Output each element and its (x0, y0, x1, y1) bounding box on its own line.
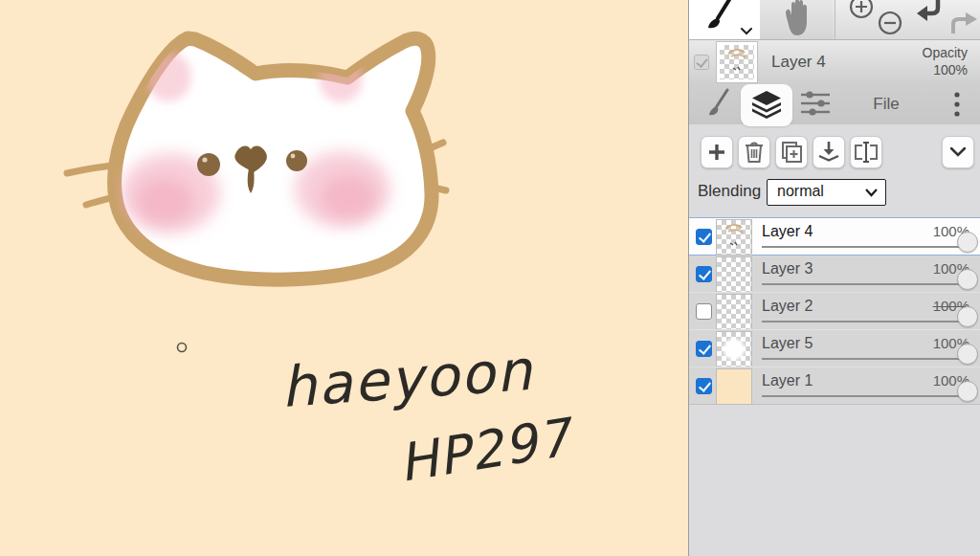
add-layer-button[interactable] (701, 136, 733, 168)
signature-name: haeyoon (278, 338, 535, 420)
panel-tabs: File (689, 84, 980, 124)
layer-thumbnail (717, 369, 751, 404)
tab-brush[interactable] (702, 84, 735, 124)
delete-layer-button[interactable] (738, 136, 770, 168)
layer-name: Layer 3 (762, 260, 813, 278)
drawing-canvas[interactable]: haeyoon HP297 (0, 0, 688, 556)
opacity-slider-track[interactable] (762, 395, 968, 397)
side-panel: Layer 4 Opacity 100% (688, 0, 980, 556)
opacity-slider-knob[interactable] (957, 232, 978, 253)
layer-name: Layer 4 (762, 223, 813, 240)
layer-visibility-checkbox[interactable] (696, 266, 712, 282)
layer-name: Layer 5 (762, 335, 813, 352)
app-window: haeyoon HP297 (0, 0, 980, 556)
layer-row[interactable]: Layer 4 100% (689, 217, 980, 256)
duplicate-layer-button[interactable] (775, 136, 808, 168)
opacity-slider-track[interactable] (762, 358, 968, 360)
merge-down-button[interactable] (813, 136, 845, 168)
plus-icon (707, 143, 726, 162)
layer-row[interactable]: Layer 3 100% (689, 255, 980, 293)
hand-tool-button[interactable] (760, 0, 833, 40)
merge-down-icon (818, 142, 839, 163)
brush-tab-icon (704, 88, 733, 121)
layer-row[interactable]: Layer 5 100% (689, 329, 980, 367)
rename-layer-button[interactable] (850, 136, 882, 168)
blending-dropdown[interactable]: normal (767, 179, 886, 206)
tab-settings[interactable] (796, 84, 835, 124)
duplicate-icon (781, 142, 802, 163)
layer-thumbnail (717, 220, 751, 255)
opacity-slider-knob[interactable] (957, 269, 978, 290)
layer-name: Layer 2 (762, 298, 813, 315)
zoom-out-icon[interactable] (878, 11, 902, 35)
toolbar-actions (835, 0, 980, 40)
layer-name: Layer 1 (762, 372, 813, 389)
opacity-slider-track[interactable] (762, 246, 968, 248)
more-menu-button[interactable] (944, 84, 970, 124)
layer-row[interactable]: Layer 2 100% (689, 292, 980, 330)
top-toolbar (689, 0, 980, 40)
redo-icon[interactable] (949, 11, 978, 33)
signature-code: HP297 (394, 407, 579, 494)
hand-icon (780, 0, 813, 38)
tab-layers[interactable] (741, 84, 792, 124)
active-layer-name: Layer 4 (771, 40, 826, 84)
collapse-panel-button[interactable] (942, 136, 974, 168)
layer-visibility-checkbox[interactable] (696, 303, 712, 320)
opacity-slider-knob[interactable] (957, 381, 978, 402)
tab-file[interactable]: File (858, 84, 915, 124)
layers-icon (751, 90, 782, 120)
zoom-in-icon[interactable] (849, 0, 874, 20)
undo-icon[interactable] (916, 0, 943, 25)
rename-icon (855, 142, 878, 163)
opacity-value: 100% (923, 61, 968, 78)
brush-tool-button[interactable] (689, 0, 760, 40)
layer-visibility-checkbox[interactable] (696, 229, 712, 245)
active-layer-header: Layer 4 Opacity 100% (689, 40, 980, 84)
opacity-slider-knob[interactable] (957, 306, 978, 327)
opacity-slider-knob[interactable] (957, 344, 978, 365)
active-layer-thumbnail (717, 42, 757, 82)
chevron-down-icon (741, 28, 752, 35)
opacity-slider-track[interactable] (762, 321, 968, 322)
opacity-readout: Opacity 100% (923, 44, 968, 78)
brush-icon (699, 0, 737, 40)
brush-cursor-circle (178, 344, 187, 352)
layer-thumbnail (717, 257, 751, 292)
cat-drawing: haeyoon HP297 (0, 0, 688, 556)
layer-thumbnail (717, 295, 751, 329)
layer-thumbnail (717, 332, 751, 367)
layer-visibility-checkbox[interactable] (696, 341, 712, 357)
chevron-down-icon (865, 189, 878, 197)
opacity-slider-track[interactable] (762, 283, 968, 285)
kebab-icon (954, 92, 960, 117)
active-layer-visibility-checkbox[interactable] (694, 55, 709, 70)
blending-value: normal (777, 183, 824, 200)
blending-label: Blending (698, 182, 761, 201)
chevron-down-icon (950, 147, 966, 157)
opacity-label: Opacity (923, 44, 968, 61)
trash-icon (745, 142, 764, 163)
layer-row[interactable]: Layer 1 100% (689, 367, 980, 405)
layers-list: Layer 4 100% Layer 3 100% Layer 2 100% (689, 217, 980, 405)
layer-visibility-checkbox[interactable] (696, 378, 712, 394)
sliders-icon (800, 91, 831, 118)
